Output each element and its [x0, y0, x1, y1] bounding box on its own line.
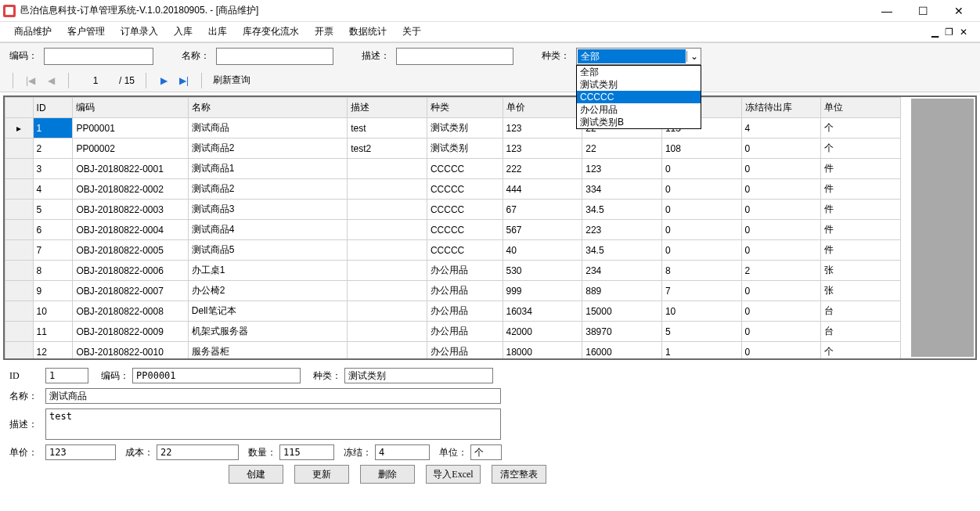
- cell-code[interactable]: OBJ-20180822-0004: [73, 220, 188, 240]
- chevron-down-icon[interactable]: ⌄: [686, 51, 701, 62]
- cell-unit[interactable]: 件: [821, 240, 901, 261]
- cell-qty[interactable]: 0: [661, 159, 741, 179]
- cell-cost[interactable]: 15000: [582, 301, 662, 322]
- cell-name[interactable]: 测试商品4: [188, 220, 347, 240]
- cell-desc[interactable]: [348, 322, 427, 342]
- cell-freeze[interactable]: 0: [741, 322, 821, 342]
- filter-kind-dropdown[interactable]: 全部 ⌄ 全部测试类别CCCCC办公用品测试类别B: [576, 48, 701, 65]
- cell-unit[interactable]: 张: [821, 281, 901, 301]
- cell-name[interactable]: 测试商品3: [188, 200, 347, 220]
- table-row[interactable]: 7OBJ-20180822-0005测试商品5CCCCC4034.500件: [5, 240, 901, 261]
- form-unit-input[interactable]: [470, 444, 502, 460]
- kind-option[interactable]: 测试类别B: [577, 116, 701, 128]
- data-grid[interactable]: ID编码名称描述种类单价数量冻结待出库单位 ▸1PP00001测试商品test测…: [3, 95, 977, 360]
- kind-option[interactable]: 全部: [577, 66, 701, 78]
- cell-qty[interactable]: 10: [661, 301, 741, 322]
- cell-code[interactable]: OBJ-20180822-0003: [73, 200, 188, 220]
- cell-cost[interactable]: 223: [582, 220, 662, 240]
- form-freeze-input[interactable]: [375, 444, 430, 460]
- cell-desc[interactable]: [348, 281, 427, 301]
- cell-qty[interactable]: 0: [661, 240, 741, 261]
- cell-qty[interactable]: 7: [661, 281, 741, 301]
- cell-kind[interactable]: CCCCC: [427, 179, 503, 200]
- cell-freeze[interactable]: 2: [741, 261, 821, 281]
- cell-code[interactable]: OBJ-20180822-0001: [73, 159, 188, 179]
- cell-kind[interactable]: 测试类别: [427, 118, 503, 139]
- row-header[interactable]: [5, 342, 34, 361]
- table-row[interactable]: 5OBJ-20180822-0003测试商品3CCCCC6734.500件: [5, 200, 901, 220]
- cell-cost[interactable]: 334: [582, 179, 662, 200]
- close-button[interactable]: ✕: [941, 0, 977, 22]
- table-row[interactable]: 11OBJ-20180822-0009机架式服务器办公用品42000389705…: [5, 322, 901, 342]
- cell-kind[interactable]: CCCCC: [427, 200, 503, 220]
- cell-price[interactable]: 40: [503, 240, 582, 261]
- cell-price[interactable]: 123: [503, 139, 582, 159]
- cell-unit[interactable]: 个: [821, 118, 901, 139]
- cell-price[interactable]: 16034: [503, 301, 582, 322]
- create-button[interactable]: 创建: [229, 465, 283, 484]
- cell-qty[interactable]: 108: [661, 139, 741, 159]
- menu-出库[interactable]: 出库: [200, 23, 235, 40]
- next-page-button[interactable]: ▶: [157, 74, 170, 87]
- table-row[interactable]: 9OBJ-20180822-0007办公椅2办公用品99988970张: [5, 281, 901, 301]
- cell-name[interactable]: 测试商品1: [188, 159, 347, 179]
- cell-unit[interactable]: 台: [821, 301, 901, 322]
- column-header[interactable]: 名称: [188, 98, 347, 118]
- cell-name[interactable]: 测试商品2: [188, 179, 347, 200]
- row-header[interactable]: [5, 220, 34, 240]
- import-excel-button[interactable]: 导入Excel: [426, 465, 481, 484]
- cell-desc[interactable]: [348, 301, 427, 322]
- cell-code[interactable]: OBJ-20180822-0005: [73, 240, 188, 261]
- kind-option[interactable]: 办公用品: [577, 103, 701, 116]
- cell-id[interactable]: 8: [33, 261, 73, 281]
- cell-price[interactable]: 999: [503, 281, 582, 301]
- cell-freeze[interactable]: 0: [741, 240, 821, 261]
- first-page-button[interactable]: |◀: [24, 74, 37, 87]
- column-header[interactable]: ID: [33, 98, 73, 118]
- cell-price[interactable]: 123: [503, 118, 582, 139]
- cell-qty[interactable]: 0: [661, 200, 741, 220]
- cell-kind[interactable]: 办公用品: [427, 301, 503, 322]
- cell-unit[interactable]: 张: [821, 261, 901, 281]
- cell-cost[interactable]: 234: [582, 261, 662, 281]
- cell-unit[interactable]: 个: [821, 139, 901, 159]
- form-kind-input[interactable]: [344, 368, 493, 383]
- cell-cost[interactable]: 34.5: [582, 200, 662, 220]
- table-row[interactable]: 3OBJ-20180822-0001测试商品1CCCCC22212300件: [5, 159, 901, 179]
- kind-option[interactable]: CCCCC: [577, 91, 701, 103]
- cell-qty[interactable]: 8: [661, 261, 741, 281]
- cell-unit[interactable]: 台: [821, 322, 901, 342]
- cell-id[interactable]: 4: [33, 179, 73, 200]
- clear-table-button[interactable]: 清空整表: [492, 465, 546, 484]
- menu-入库[interactable]: 入库: [166, 23, 200, 40]
- form-cost-input[interactable]: [157, 444, 239, 460]
- form-price-input[interactable]: [45, 444, 116, 460]
- cell-cost[interactable]: 22: [582, 139, 662, 159]
- cell-kind[interactable]: CCCCC: [427, 220, 503, 240]
- cell-kind[interactable]: 办公用品: [427, 342, 503, 361]
- column-header[interactable]: 单位: [821, 98, 901, 118]
- cell-desc[interactable]: [348, 200, 427, 220]
- cell-price[interactable]: 444: [503, 179, 582, 200]
- cell-unit[interactable]: 个: [821, 342, 901, 361]
- cell-id[interactable]: 5: [33, 200, 73, 220]
- cell-name[interactable]: 办工桌1: [188, 261, 347, 281]
- cell-freeze[interactable]: 0: [741, 342, 821, 361]
- cell-desc[interactable]: [348, 261, 427, 281]
- cell-name[interactable]: 办公椅2: [188, 281, 347, 301]
- column-header[interactable]: 编码: [73, 98, 188, 118]
- cell-code[interactable]: OBJ-20180822-0009: [73, 322, 188, 342]
- cell-freeze[interactable]: 4: [741, 118, 821, 139]
- cell-desc[interactable]: [348, 159, 427, 179]
- refresh-button[interactable]: 刷新查询: [213, 74, 250, 87]
- cell-code[interactable]: OBJ-20180822-0006: [73, 261, 188, 281]
- menu-关于[interactable]: 关于: [395, 23, 429, 40]
- cell-qty[interactable]: 0: [661, 179, 741, 200]
- cell-kind[interactable]: 办公用品: [427, 261, 503, 281]
- cell-freeze[interactable]: 0: [741, 301, 821, 322]
- cell-freeze[interactable]: 0: [741, 220, 821, 240]
- menu-开票[interactable]: 开票: [307, 23, 341, 40]
- cell-desc[interactable]: [348, 342, 427, 361]
- cell-code[interactable]: PP00002: [73, 139, 188, 159]
- cell-desc[interactable]: [348, 179, 427, 200]
